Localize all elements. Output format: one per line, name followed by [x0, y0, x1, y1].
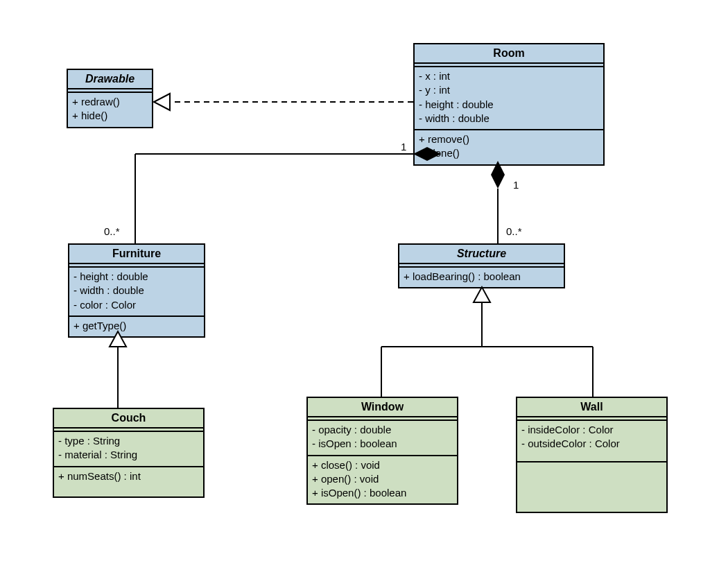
class-wall: Wall - insideColor : Color - outsideColo…: [516, 397, 668, 513]
class-room-attrs: - x : int - y : int - height : double - …: [415, 67, 603, 130]
class-furniture-methods: + getType(): [69, 317, 204, 336]
class-wall-attrs: - insideColor : Color - outsideColor : C…: [517, 421, 666, 462]
class-drawable-name: Drawable: [68, 70, 152, 89]
class-window: Window - opacity : double - isOpen : boo…: [306, 397, 458, 505]
class-couch: Couch - type : String - material : Strin…: [53, 408, 205, 498]
class-furniture: Furniture - height : double - width : do…: [68, 243, 205, 338]
class-window-attrs: - opacity : double - isOpen : boolean: [308, 421, 457, 456]
svg-marker-10: [474, 287, 490, 302]
class-structure: Structure + loadBearing() : boolean: [398, 243, 565, 288]
class-drawable: Drawable + redraw() + hide(): [67, 69, 153, 128]
class-room: Room - x : int - y : int - height : doub…: [413, 43, 605, 166]
class-structure-name: Structure: [399, 245, 564, 264]
class-room-methods: + remove() + clone(): [415, 130, 603, 164]
class-couch-attrs: - type : String - material : String: [54, 432, 203, 467]
class-room-name: Room: [415, 44, 603, 64]
class-window-name: Window: [308, 398, 457, 417]
class-structure-methods: + loadBearing() : boolean: [399, 268, 564, 287]
class-window-methods: + close() : void + open() : void + isOpe…: [308, 456, 457, 504]
class-wall-methods: [517, 462, 666, 510]
class-furniture-attrs: - height : double - width : double - col…: [69, 268, 204, 317]
mult-room-furniture-1: 1: [401, 141, 406, 153]
svg-marker-1: [154, 94, 170, 110]
mult-room-structure-1: 1: [513, 179, 519, 191]
class-drawable-methods: + redraw() + hide(): [68, 93, 152, 127]
class-furniture-name: Furniture: [69, 245, 204, 264]
mult-room-furniture-many: 0..*: [104, 225, 120, 237]
class-couch-methods: + numSeats() : int: [54, 467, 203, 487]
class-couch-name: Couch: [54, 409, 203, 429]
mult-room-structure-many: 0..*: [506, 225, 522, 237]
class-wall-name: Wall: [517, 398, 666, 417]
